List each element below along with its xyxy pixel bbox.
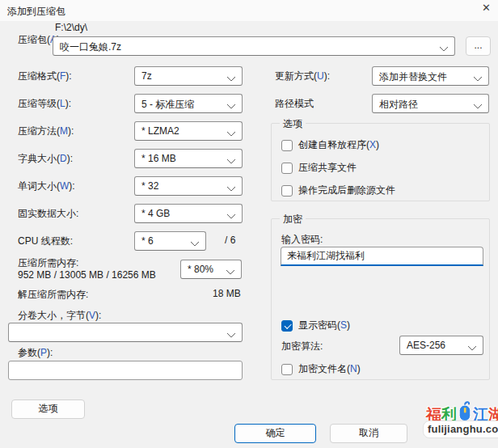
archive-name-combobox[interactable]: 咬一口兔娘.7z: [53, 36, 455, 56]
path-mode-label: 路径模式: [275, 97, 314, 111]
archive-path: F:\2\dy\: [55, 22, 87, 33]
update-mode-select[interactable]: 添加并替换文件: [372, 66, 489, 86]
decompress-memory-value: 18 MB: [213, 288, 241, 299]
chevron-down-icon: [226, 127, 235, 136]
show-password-label: 显示密码(S): [298, 319, 350, 332]
checkbox-icon[interactable]: [281, 364, 293, 375]
chevron-down-icon: [439, 42, 448, 51]
decompress-memory-label: 解压缩所需内存:: [18, 288, 88, 302]
checkbox-icon[interactable]: [281, 185, 293, 197]
compression-level-select[interactable]: 5 - 标准压缩: [134, 94, 243, 113]
password-label: 输入密码:: [281, 233, 323, 247]
solid-block-size-select[interactable]: * 4 GB: [134, 204, 243, 223]
encrypt-names-checkbox[interactable]: 加密文件名(N): [281, 362, 361, 376]
chevron-down-icon: [226, 182, 235, 191]
chevron-down-icon: [190, 237, 199, 246]
password-input[interactable]: [281, 247, 483, 266]
chevron-down-icon: [473, 99, 482, 108]
compress-shared-checkbox[interactable]: 压缩共享文件: [281, 161, 357, 175]
checkbox-icon[interactable]: [281, 320, 293, 332]
level-label: 压缩等级(L):: [18, 97, 71, 111]
window-title: 添加到压缩包: [7, 5, 65, 19]
chevron-down-icon: [226, 99, 235, 108]
checkbox-icon[interactable]: [281, 163, 293, 174]
cancel-button[interactable]: 取消: [330, 424, 407, 443]
dictionary-label: 字典大小(D):: [18, 152, 73, 166]
dictionary-size-select[interactable]: * 16 MB: [134, 149, 243, 168]
parameters-input[interactable]: [8, 361, 243, 380]
cpu-threads-total: / 6: [225, 235, 235, 246]
ok-button[interactable]: 确定: [234, 424, 316, 443]
solid-block-label: 固实数据大小:: [18, 207, 78, 221]
chevron-down-icon: [226, 328, 235, 337]
update-mode-label: 更新方式(U):: [275, 70, 330, 83]
delete-after-label: 操作完成后删除源文件: [298, 184, 395, 197]
word-size-label: 单词大小(W):: [18, 180, 75, 193]
cpu-threads-label: CPU 线程数:: [18, 235, 73, 248]
chevron-down-icon: [473, 72, 482, 81]
compression-method-select[interactable]: * LZMA2: [134, 121, 243, 141]
cpu-threads-select[interactable]: * 6: [134, 231, 206, 251]
path-mode-select[interactable]: 相对路径: [372, 94, 489, 113]
delete-after-checkbox[interactable]: 操作完成后删除源文件: [281, 184, 395, 197]
compression-format-select[interactable]: 7z: [134, 66, 243, 86]
encryption-group-title: 加密: [280, 213, 306, 226]
titlebar: 添加到压缩包 ✕: [0, 0, 498, 21]
volume-size-label: 分卷大小，字节(V):: [18, 309, 101, 323]
create-sfx-checkbox[interactable]: 创建自释放程序(X): [281, 138, 379, 152]
memory-percent-select[interactable]: * 80%: [180, 260, 242, 279]
add-to-archive-dialog: 添加到压缩包 ✕ 压缩包(A) F:\2\dy\ 咬一口兔娘.7z ... 压缩…: [0, 0, 498, 448]
chevron-down-icon: [467, 341, 476, 350]
archive-name-value: 咬一口兔娘.7z: [60, 40, 121, 54]
encrypt-names-label: 加密文件名(N): [298, 362, 361, 376]
chevron-down-icon: [226, 265, 234, 274]
parameters-label: 参数(P):: [18, 346, 53, 360]
encryption-method-label: 加密算法:: [281, 340, 323, 353]
compress-shared-label: 压缩共享文件: [298, 161, 357, 175]
checkbox-icon[interactable]: [281, 140, 293, 151]
close-icon[interactable]: ✕: [482, 2, 491, 14]
show-password-checkbox[interactable]: 显示密码(S): [281, 319, 350, 332]
create-sfx-label: 创建自释放程序(X): [298, 138, 379, 152]
chevron-down-icon: [226, 154, 235, 163]
encryption-method-select[interactable]: AES-256: [399, 336, 483, 355]
options-button[interactable]: 选项: [11, 399, 85, 419]
format-label: 压缩格式(F):: [18, 70, 72, 83]
browse-button[interactable]: ...: [466, 36, 491, 56]
compress-memory-label: 压缩所需内存:: [18, 256, 78, 270]
method-label: 压缩方法(M):: [18, 125, 74, 138]
chevron-down-icon: [226, 72, 235, 81]
options-group-title: 选项: [280, 117, 306, 131]
watermark-domain: fulijianghu.com: [423, 421, 498, 438]
chevron-down-icon: [226, 209, 235, 218]
volume-size-combobox[interactable]: [8, 323, 243, 342]
word-size-select[interactable]: * 32: [134, 176, 243, 196]
compress-memory-value: 952 MB / 13005 MB / 16256 MB: [18, 269, 156, 281]
